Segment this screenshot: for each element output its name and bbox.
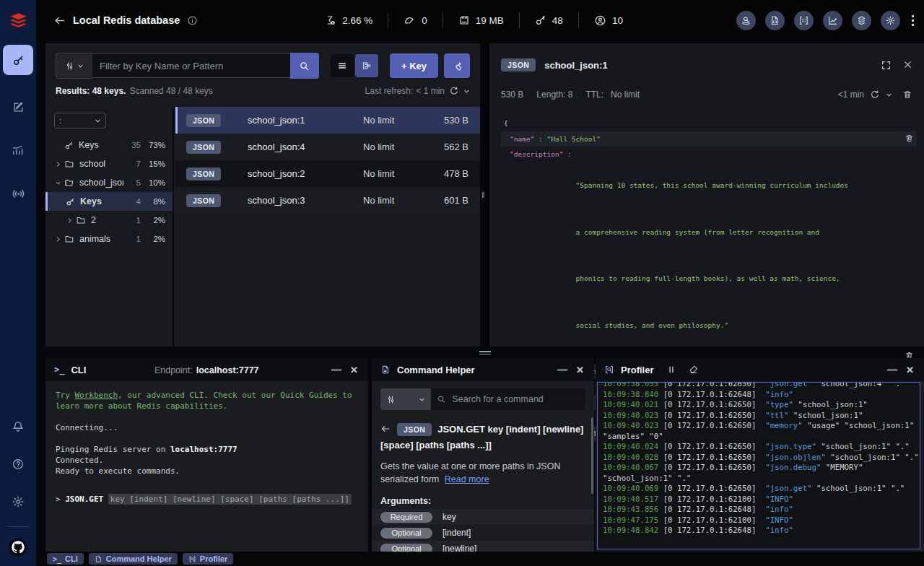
- tree-view-icon: [362, 61, 372, 71]
- command-filter-dropdown[interactable]: [380, 388, 431, 410]
- bottom-cli-button[interactable]: >_ CLI: [47, 553, 84, 565]
- detail-ttl-value[interactable]: No limit: [611, 90, 640, 100]
- delete-field-icon[interactable]: [905, 134, 914, 147]
- search-icon: [299, 61, 310, 71]
- chart-icon: [827, 15, 838, 26]
- cli-output[interactable]: Try Workbench, our advanced CLI. Check o…: [45, 381, 368, 513]
- sdk-clients-button[interactable]: [765, 11, 785, 30]
- close-icon[interactable]: [903, 60, 912, 69]
- panel-resize-handle-vertical[interactable]: ‖: [481, 191, 485, 199]
- cli-close-button[interactable]: ✕: [346, 365, 359, 375]
- fullscreen-icon[interactable]: [881, 60, 892, 71]
- profiler-log[interactable]: 10:09:38.055 [0 172.17.0.1:62650] "json.…: [597, 382, 920, 549]
- bottom-profiler-button[interactable]: Profiler: [183, 553, 234, 565]
- argument-row: Required key: [372, 509, 594, 525]
- json-field-description[interactable]: "description" : "Spanning 10 states, thi…: [501, 147, 917, 364]
- tree-item-2[interactable]: 2 1 2%: [45, 211, 173, 230]
- results-scanned: Scanned 48 / 48 keys: [129, 86, 212, 96]
- search-button[interactable]: [290, 53, 319, 79]
- pubsub-icon: [12, 187, 25, 201]
- key-icon: [535, 14, 546, 26]
- sidebar-item-browser[interactable]: [3, 45, 33, 75]
- log-line: 10:09:47.175 [0 172.17.0.1:62100] "INFO": [603, 515, 917, 526]
- key-row-school-json-4[interactable]: JSON school_json:4 No limit 562 B: [175, 134, 480, 160]
- arguments-label: Arguments:: [380, 496, 585, 506]
- key-row-school-json-2[interactable]: JSON school_json:2 No limit 478 B: [175, 160, 480, 187]
- delete-key-icon[interactable]: [902, 90, 912, 100]
- tree-item-keys-root[interactable]: Keys 35 73%: [45, 136, 173, 154]
- key-row-school-json-3[interactable]: JSON school_json:3 No limit 601 B: [175, 187, 480, 214]
- settings-button[interactable]: [0, 483, 36, 521]
- metric-memory-value: 19 MB: [476, 15, 504, 26]
- profiler-pause-button[interactable]: [667, 365, 676, 374]
- helper-close-button[interactable]: ✕: [572, 365, 585, 375]
- workbench-link[interactable]: Workbench: [75, 391, 118, 400]
- type-badge: JSON: [186, 114, 221, 127]
- list-view-button[interactable]: [331, 54, 354, 77]
- json-open-brace: {: [501, 116, 917, 131]
- profiler-minimize-button[interactable]: —: [883, 364, 902, 375]
- tree-item-school-json[interactable]: school_json 5 10%: [45, 173, 173, 192]
- filter-type-dropdown[interactable]: [56, 53, 92, 79]
- analytics-tools-button[interactable]: [823, 11, 842, 30]
- triggers-functions-button[interactable]: [852, 11, 871, 30]
- help-button[interactable]: [0, 445, 36, 483]
- overflow-menu-button[interactable]: [912, 15, 914, 26]
- command-helper-title: Command Helper: [397, 365, 475, 375]
- github-button[interactable]: [0, 533, 36, 562]
- sidebar-item-workbench[interactable]: [0, 88, 36, 126]
- database-title: Local Redis database: [73, 14, 180, 26]
- folder-open-icon: [64, 178, 74, 188]
- command-palette-button[interactable]: [794, 11, 814, 30]
- cli-panel: >_ CLI Endpoint:localhost:7777 — ✕ Try W…: [45, 358, 368, 552]
- analytics-icon: [12, 144, 25, 157]
- chevron-down-icon[interactable]: [463, 88, 470, 95]
- metric-memory: 19 MB: [443, 14, 519, 26]
- command-description: Gets the value at one or more paths in J…: [380, 460, 585, 486]
- panel-resize-handle-horizontal[interactable]: [479, 349, 491, 356]
- key-icon: [12, 54, 25, 66]
- tree-view-button[interactable]: [355, 54, 378, 77]
- command-signature: JSONJSON.GET key [indent] [newline] [spa…: [380, 422, 585, 453]
- bulk-actions-button[interactable]: [444, 53, 470, 78]
- back-button[interactable]: [53, 14, 66, 27]
- insights-button[interactable]: [736, 11, 756, 30]
- key-filter-input[interactable]: [92, 53, 290, 78]
- add-key-button[interactable]: + Key: [390, 53, 438, 78]
- command-search-input[interactable]: [450, 393, 580, 405]
- key-row-school-json-1[interactable]: JSON school_json:1 No limit 530 B: [175, 107, 480, 134]
- notifications-button[interactable]: [0, 408, 36, 445]
- key-list: JSON school_json:1 No limit 530 B JSON s…: [175, 107, 480, 347]
- tree-item-school-json-keys[interactable]: Keys 4 8%: [45, 192, 173, 211]
- chevron-down-icon: [95, 118, 101, 124]
- key-icon: [66, 197, 75, 206]
- log-line: 10:09:40.021 [0 172.17.0.1:62650] "type"…: [603, 400, 917, 411]
- sidebar-item-analytics[interactable]: [0, 131, 36, 169]
- settings-header-button[interactable]: [881, 11, 900, 30]
- cli-prompt-line[interactable]: > JSON.GET key [indent] [newline] [space…: [56, 494, 358, 505]
- tree-item-school[interactable]: school 7 15%: [45, 154, 173, 173]
- sidebar-item-pubsub[interactable]: [0, 175, 36, 212]
- profiler-close-button[interactable]: ✕: [902, 365, 915, 375]
- read-more-link[interactable]: Read more: [445, 474, 489, 484]
- github-icon: [9, 538, 27, 557]
- refresh-icon[interactable]: [449, 86, 459, 96]
- refresh-icon[interactable]: [870, 90, 880, 100]
- cli-minimize-button[interactable]: —: [327, 364, 346, 375]
- database-info-button[interactable]: [187, 15, 198, 26]
- cli-line: Ready to execute commands.: [56, 466, 358, 476]
- back-arrow-icon: [53, 14, 66, 27]
- cli-title: CLI: [71, 365, 86, 375]
- delimiter-dropdown[interactable]: :: [54, 113, 106, 129]
- back-icon[interactable]: [380, 424, 391, 434]
- redis-logo[interactable]: [0, 0, 36, 40]
- chevron-down-icon[interactable]: [886, 92, 892, 98]
- bottom-command-helper-button[interactable]: Command Helper: [89, 553, 178, 565]
- log-line: 10:09:38.840 [0 172.17.0.1:62648] "info": [603, 390, 917, 401]
- profiler-clear-button[interactable]: [689, 365, 699, 375]
- helper-minimize-button[interactable]: —: [553, 364, 572, 375]
- tree-item-animals[interactable]: animals 1 2%: [45, 230, 173, 248]
- json-field-name[interactable]: "name" : "Hall School": [501, 131, 917, 147]
- bottom-toolbar: >_ CLI Command Helper Profiler: [36, 552, 924, 566]
- helper-scrollbar[interactable]: [591, 417, 593, 494]
